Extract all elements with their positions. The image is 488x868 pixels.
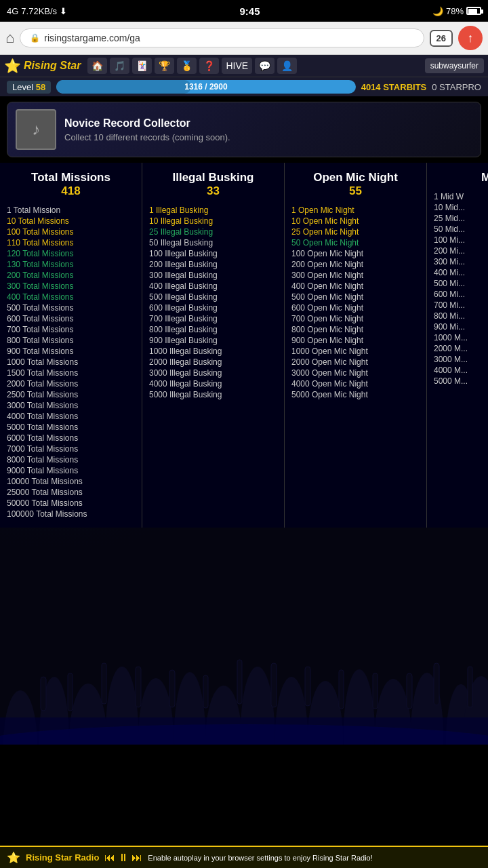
mission-item[interactable]: 4000 Open Mic Night [291, 378, 420, 389]
mission-item[interactable]: 5000 Open Mic Night [291, 389, 420, 400]
mission-item[interactable]: 1 Mid W [434, 191, 488, 202]
nav-music-icon[interactable]: 🎵 [110, 58, 129, 74]
next-button[interactable]: ⏭ [131, 852, 142, 864]
mission-item[interactable]: 2000 Open Mic Night [291, 357, 420, 368]
mission-item[interactable]: 25000 Total Missions [7, 487, 135, 498]
mission-item[interactable]: 700 Illegal Busking [149, 313, 277, 324]
mission-item[interactable]: 5000 M... [434, 376, 488, 387]
mission-item[interactable]: 9000 Total Missions [7, 465, 135, 476]
mission-item[interactable]: 900 Mi... [434, 321, 488, 332]
radio-controls[interactable]: ⏮ ⏸ ⏭ [104, 852, 142, 864]
mission-item[interactable]: 200 Total Missions [7, 270, 135, 281]
nav-trophy-icon[interactable]: 🏆 [155, 58, 174, 74]
mission-item[interactable]: 1500 Total Missions [7, 368, 135, 378]
mission-item[interactable]: 10 Open Mic Night [291, 216, 420, 226]
mission-item[interactable]: 2500 Total Missions [7, 389, 135, 400]
mission-item[interactable]: 1000 M... [434, 332, 488, 343]
mission-item[interactable]: 10 Illegal Busking [149, 216, 277, 226]
mission-item[interactable]: 800 Total Missions [7, 335, 135, 346]
mission-item[interactable]: 1000 Total Missions [7, 357, 135, 368]
mission-item[interactable]: 4000 Total Missions [7, 411, 135, 422]
prev-button[interactable]: ⏮ [104, 852, 115, 864]
mission-item[interactable]: 50000 Total Missions [7, 498, 135, 509]
nav-medal-icon[interactable]: 🥇 [177, 58, 197, 74]
mission-item[interactable]: 500 Total Missions [7, 302, 135, 313]
mission-item[interactable]: 1 Open Mic Night [291, 205, 420, 216]
mission-item[interactable]: 110 Total Missions [7, 237, 135, 248]
mission-item[interactable]: 1 Illegal Busking [149, 205, 277, 216]
mission-item[interactable]: 25 Illegal Busking [149, 226, 277, 237]
mission-item[interactable]: 2000 Total Missions [7, 378, 135, 389]
mission-item[interactable]: 120 Total Missions [7, 248, 135, 259]
mission-item[interactable]: 200 Mi... [434, 245, 488, 256]
home-button[interactable]: ⌂ [5, 29, 14, 47]
mission-item[interactable]: 500 Illegal Busking [149, 292, 277, 302]
mission-item[interactable]: 10 Mid... [434, 202, 488, 213]
mission-item[interactable]: 300 Mi... [434, 256, 488, 267]
mission-item[interactable]: 400 Illegal Busking [149, 281, 277, 292]
mission-item[interactable]: 100 Mi... [434, 235, 488, 245]
mission-item[interactable]: 2000 M... [434, 343, 488, 354]
nav-social-icon[interactable]: 👤 [277, 58, 297, 74]
mission-item[interactable]: 800 Open Mic Night [291, 324, 420, 335]
username-button[interactable]: subwaysurfer [425, 58, 484, 73]
mission-item[interactable]: 400 Open Mic Night [291, 281, 420, 292]
mission-item[interactable]: 5000 Total Missions [7, 422, 135, 433]
mission-item[interactable]: 300 Total Missions [7, 281, 135, 292]
mission-item[interactable]: 10000 Total Missions [7, 476, 135, 487]
mission-item[interactable]: 800 Illegal Busking [149, 324, 277, 335]
mission-item[interactable]: 25 Mid... [434, 213, 488, 224]
mission-item[interactable]: 700 Mi... [434, 300, 488, 311]
mission-item[interactable]: 600 Mi... [434, 289, 488, 300]
mission-item[interactable]: 200 Illegal Busking [149, 259, 277, 270]
mission-item[interactable]: 400 Total Missions [7, 292, 135, 302]
mission-item[interactable]: 100000 Total Missions [7, 509, 135, 519]
mission-item[interactable]: 5000 Illegal Busking [149, 389, 277, 400]
mission-item[interactable]: 900 Total Missions [7, 346, 135, 357]
nav-chat-icon[interactable]: 💬 [255, 58, 274, 74]
mission-item[interactable]: 100 Total Missions [7, 226, 135, 237]
mission-item[interactable]: 100 Open Mic Night [291, 248, 420, 259]
mission-item[interactable]: 2000 Illegal Busking [149, 357, 277, 368]
mission-item[interactable]: 8000 Total Missions [7, 454, 135, 465]
mission-item[interactable]: 900 Open Mic Night [291, 335, 420, 346]
mission-item[interactable]: 400 Mi... [434, 267, 488, 278]
mission-item[interactable]: 700 Open Mic Night [291, 313, 420, 324]
mission-item[interactable]: 900 Illegal Busking [149, 335, 277, 346]
mission-item[interactable]: 500 Open Mic Night [291, 292, 420, 302]
mission-item[interactable]: 300 Illegal Busking [149, 270, 277, 281]
mission-item[interactable]: 300 Open Mic Night [291, 270, 420, 281]
nav-cards-icon[interactable]: 🃏 [132, 58, 152, 74]
mission-item[interactable]: 130 Total Missions [7, 259, 135, 270]
mission-item[interactable]: 1 Total Mission [7, 205, 135, 216]
nav-hive-button[interactable]: HIVE [222, 58, 252, 74]
upload-button[interactable]: ↑ [458, 26, 483, 50]
mission-item[interactable]: 800 Mi... [434, 311, 488, 321]
mission-item[interactable]: 6000 Total Missions [7, 433, 135, 443]
pause-button[interactable]: ⏸ [118, 852, 129, 864]
mission-item[interactable]: 700 Total Missions [7, 324, 135, 335]
mission-item[interactable]: 200 Open Mic Night [291, 259, 420, 270]
mission-item[interactable]: 4000 M... [434, 365, 488, 376]
nav-home-icon[interactable]: 🏠 [87, 58, 107, 74]
mission-item[interactable]: 3000 Open Mic Night [291, 368, 420, 378]
mission-item[interactable]: 1000 Illegal Busking [149, 346, 277, 357]
mission-item[interactable]: 3000 Illegal Busking [149, 368, 277, 378]
mission-item[interactable]: 50 Mid... [434, 224, 488, 235]
mission-item[interactable]: 600 Illegal Busking [149, 302, 277, 313]
mission-item[interactable]: 3000 M... [434, 354, 488, 365]
mission-item[interactable]: 100 Illegal Busking [149, 248, 277, 259]
mission-item[interactable]: 7000 Total Missions [7, 443, 135, 454]
mission-item[interactable]: 4000 Illegal Busking [149, 378, 277, 389]
url-box[interactable]: 🔒 risingstargame.com/ga [20, 28, 424, 47]
tab-count-button[interactable]: 26 [430, 30, 453, 47]
mission-item[interactable]: 500 Mi... [434, 278, 488, 289]
mission-item[interactable]: 50 Illegal Busking [149, 237, 277, 248]
mission-item[interactable]: 600 Open Mic Night [291, 302, 420, 313]
mission-item[interactable]: 10 Total Missions [7, 216, 135, 226]
nav-help-icon[interactable]: ❓ [199, 58, 219, 74]
mission-item[interactable]: 3000 Total Missions [7, 400, 135, 411]
mission-item[interactable]: 1000 Open Mic Night [291, 346, 420, 357]
mission-item[interactable]: 600 Total Missions [7, 313, 135, 324]
mission-item[interactable]: 50 Open Mic Night [291, 237, 420, 248]
